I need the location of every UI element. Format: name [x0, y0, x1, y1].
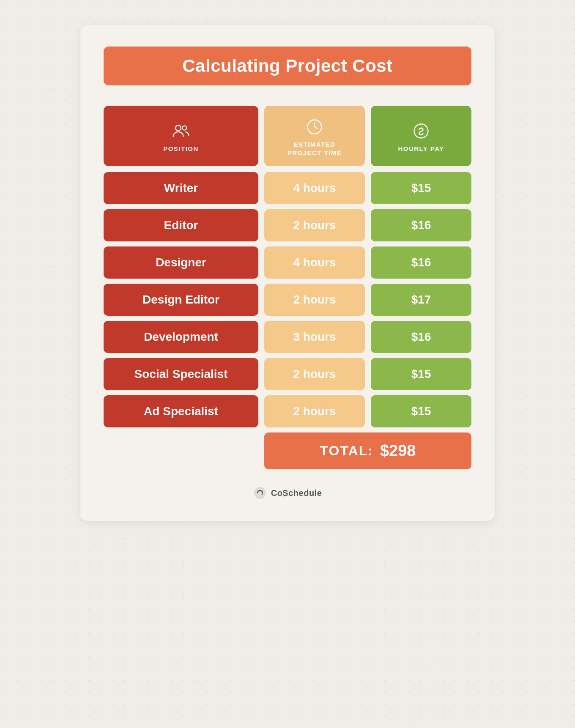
cell-pay: $15	[371, 395, 471, 427]
cell-time: 2 hours	[264, 209, 365, 241]
cell-position: Design Editor	[104, 284, 258, 316]
cell-pay: $15	[371, 172, 471, 204]
cell-position: Editor	[104, 209, 258, 241]
main-card: Calculating Project Cost POSITION	[80, 25, 495, 521]
total-row: TOTAL: $298	[104, 432, 471, 469]
header-time: ESTIMATEDPROJECT TIME	[264, 106, 365, 166]
table-row: Writer 4 hours $15	[104, 172, 471, 204]
cell-position: Writer	[104, 172, 258, 204]
cell-time: 4 hours	[264, 246, 365, 279]
cell-position: Social Specialist	[104, 358, 258, 390]
header-position: POSITION	[104, 106, 258, 166]
cell-position: Designer	[104, 246, 258, 279]
cell-time: 2 hours	[264, 395, 365, 427]
data-rows: Writer 4 hours $15 Editor 2 hours $16 De…	[104, 172, 471, 427]
cell-pay: $17	[371, 284, 471, 316]
total-cell: TOTAL: $298	[264, 432, 471, 469]
cell-time: 3 hours	[264, 321, 365, 353]
brand-name: CoSchedule	[271, 488, 322, 498]
table: POSITION ESTIMATEDPROJECT TIME HOURLY PA…	[104, 106, 471, 469]
people-icon	[172, 122, 190, 140]
cell-time: 4 hours	[264, 172, 365, 204]
cell-pay: $16	[371, 209, 471, 241]
cell-pay: $16	[371, 246, 471, 279]
title-banner: Calculating Project Cost	[104, 47, 471, 85]
table-row: Designer 4 hours $16	[104, 246, 471, 279]
cell-position: Ad Specialist	[104, 395, 258, 427]
dollar-icon	[412, 122, 430, 140]
cell-pay: $15	[371, 358, 471, 390]
svg-point-4	[254, 487, 266, 499]
cell-position: Development	[104, 321, 258, 353]
coschedule-logo	[253, 486, 267, 500]
total-label: TOTAL:	[320, 443, 373, 459]
header-pay-label: HOURLY PAY	[398, 145, 444, 153]
cell-pay: $16	[371, 321, 471, 353]
table-row: Social Specialist 2 hours $15	[104, 358, 471, 390]
page-title: Calculating Project Cost	[182, 56, 392, 76]
cell-time: 2 hours	[264, 358, 365, 390]
footer: CoSchedule	[104, 486, 471, 500]
svg-point-0	[175, 125, 181, 131]
header-pay: HOURLY PAY	[371, 106, 471, 166]
clock-icon	[305, 118, 324, 136]
table-row: Design Editor 2 hours $17	[104, 284, 471, 316]
header-time-label: ESTIMATEDPROJECT TIME	[288, 140, 342, 157]
header-row: POSITION ESTIMATEDPROJECT TIME HOURLY PA…	[104, 106, 471, 166]
header-position-label: POSITION	[163, 145, 199, 153]
cell-time: 2 hours	[264, 284, 365, 316]
svg-point-1	[182, 126, 186, 130]
total-value: $298	[380, 442, 416, 460]
table-row: Ad Specialist 2 hours $15	[104, 395, 471, 427]
table-row: Development 3 hours $16	[104, 321, 471, 353]
table-row: Editor 2 hours $16	[104, 209, 471, 241]
